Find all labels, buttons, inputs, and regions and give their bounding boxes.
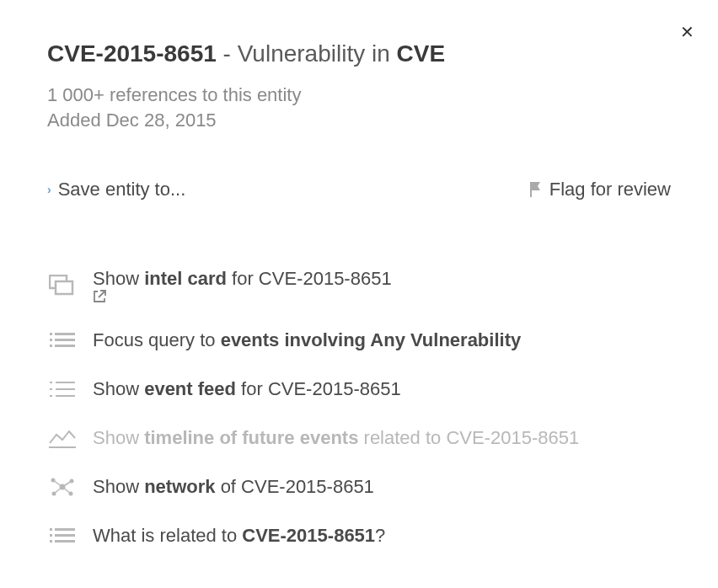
option-list-2[interactable]: Show event feed for CVE-2015-8651: [47, 377, 671, 401]
svg-line-22: [54, 487, 62, 494]
option-network-4[interactable]: Show network of CVE-2015-8651: [47, 475, 671, 499]
options-list: Show intel card for CVE-2015-8651Focus q…: [47, 268, 671, 548]
svg-rect-24: [50, 528, 52, 531]
save-entity-button[interactable]: › Save entity to...: [47, 179, 185, 200]
timeline-icon: [47, 426, 78, 450]
svg-rect-12: [50, 395, 52, 397]
option-label: What is related to CVE-2015-8651?: [93, 525, 385, 547]
svg-rect-28: [50, 540, 52, 543]
svg-rect-13: [56, 395, 75, 397]
svg-rect-8: [50, 382, 52, 383]
flag-for-review-button[interactable]: Flag for review: [529, 179, 671, 200]
svg-rect-5: [55, 339, 75, 341]
svg-rect-9: [56, 382, 75, 383]
list-icon: [47, 377, 78, 401]
svg-rect-26: [50, 534, 52, 537]
svg-rect-7: [55, 345, 75, 347]
flag-icon: [529, 182, 543, 197]
svg-line-21: [62, 481, 72, 487]
chevron-right-icon: ›: [47, 183, 51, 196]
references-count: 1 000+ references to this entity: [47, 84, 671, 106]
cards-icon: [47, 274, 78, 297]
option-label: Focus query to events involving Any Vuln…: [93, 329, 521, 351]
svg-rect-27: [55, 534, 75, 537]
option-cards-0[interactable]: Show intel card for CVE-2015-8651: [47, 268, 671, 303]
svg-rect-6: [50, 345, 52, 347]
external-link-icon: [93, 290, 397, 303]
option-list-dense-5[interactable]: What is related to CVE-2015-8651?: [47, 524, 671, 548]
option-label: Show timeline of future events related t…: [93, 427, 579, 449]
network-icon: [47, 475, 78, 499]
entity-title: CVE-2015-8651 - Vulnerability in CVE: [47, 40, 671, 67]
close-button[interactable]: ✕: [680, 24, 694, 40]
list-dense-icon: [47, 329, 78, 352]
option-label: Show intel card for CVE-2015-8651: [93, 268, 397, 303]
entity-source: CVE: [397, 40, 446, 67]
added-date: Added Dec 28, 2015: [47, 110, 671, 131]
flag-label: Flag for review: [549, 179, 671, 200]
svg-line-23: [62, 487, 71, 494]
list-dense-icon: [47, 524, 78, 548]
svg-line-20: [53, 480, 62, 487]
entity-id: CVE-2015-8651: [47, 40, 217, 67]
svg-rect-11: [56, 388, 75, 390]
svg-rect-4: [50, 339, 52, 341]
svg-rect-2: [50, 333, 52, 335]
svg-rect-10: [50, 388, 52, 390]
save-entity-label: Save entity to...: [58, 179, 186, 200]
svg-rect-3: [55, 333, 75, 335]
option-label: Show event feed for CVE-2015-8651: [93, 378, 401, 400]
svg-rect-25: [55, 528, 75, 531]
option-timeline-3: Show timeline of future events related t…: [47, 426, 671, 450]
svg-rect-1: [56, 281, 72, 294]
option-label: Show network of CVE-2015-8651: [93, 476, 374, 498]
svg-rect-29: [55, 540, 75, 543]
option-list-dense-1[interactable]: Focus query to events involving Any Vuln…: [47, 329, 671, 352]
